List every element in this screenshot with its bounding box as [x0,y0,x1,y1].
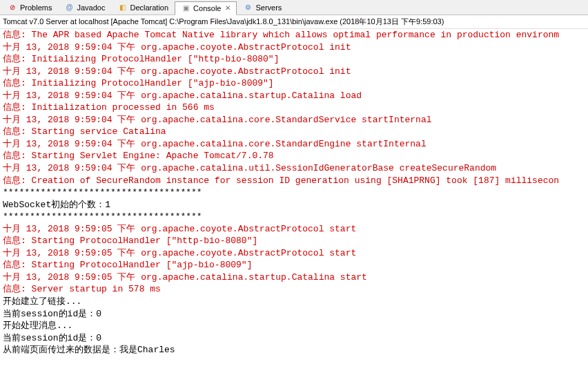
tab-problems[interactable]: ⊘ Problems [1,1,58,15]
log-line: 十月 13, 2018 9:59:05 下午 org.apache.coyote… [3,247,585,260]
log-line: 十月 13, 2018 9:59:04 下午 org.apache.catali… [3,90,585,102]
log-line: 十月 13, 2018 9:59:04 下午 org.apache.coyote… [3,66,585,78]
log-line: 信息: Initializing ProtocolHandler ["ajp-b… [3,77,585,90]
log-line: 信息: Starting ProtocolHandler ["ajp-bio-8… [3,259,585,271]
log-line: 信息: The APR based Apache Tomcat Native l… [3,29,585,41]
tab-javadoc-label: Javadoc [77,3,105,12]
log-line: 从前端页面传过来的数据是：我是Charles [3,344,585,356]
javadoc-icon: @ [64,3,74,12]
log-line: 信息: Starting ProtocolHandler ["http-bio-… [3,235,585,247]
tab-servers[interactable]: ⚙ Servers [237,1,288,15]
console-output[interactable]: 信息: The APR based Apache Tomcat Native l… [0,29,588,356]
tab-console[interactable]: ▣ Console ✕ [175,1,237,15]
tab-declaration[interactable]: ◧ Declaration [111,1,175,15]
console-icon: ▣ [181,3,190,13]
tab-servers-label: Servers [255,3,282,12]
view-tabs: ⊘ Problems @ Javadoc ◧ Declaration ▣ Con… [0,0,588,15]
launch-info: Tomcat v7.0 Server at localhost [Apache … [0,15,588,29]
log-line: 十月 13, 2018 9:59:05 下午 org.apache.coyote… [3,223,585,236]
tab-declaration-label: Declaration [130,3,168,12]
log-line: 开始处理消息... [3,320,585,332]
tab-console-label: Console [193,4,221,12]
log-line: 信息: Initialization processed in 566 ms [3,102,585,114]
problems-icon: ⊘ [8,3,17,12]
log-line: 当前session的id是：0 [3,308,585,321]
log-line: 信息: Starting Servlet Engine: Apache Tomc… [3,150,585,162]
tab-problems-label: Problems [20,3,52,12]
log-line: 信息: Creation of SecureRandom instance fo… [3,175,585,187]
declaration-icon: ◧ [117,3,127,12]
log-line: 信息: Server startup in 578 ms [3,283,585,296]
log-line: 十月 13, 2018 9:59:04 下午 org.apache.catali… [3,138,585,151]
log-line: 信息: Starting service Catalina [3,126,585,138]
tab-javadoc[interactable]: @ Javadoc [58,1,111,15]
log-line: 十月 13, 2018 9:59:04 下午 org.apache.catali… [3,162,585,175]
log-line: ************************************* [3,186,585,199]
close-icon[interactable]: ✕ [225,4,231,12]
log-line: 十月 13, 2018 9:59:04 下午 org.apache.coyote… [3,41,585,54]
log-line: 十月 13, 2018 9:59:04 下午 org.apache.catali… [3,114,585,126]
log-line: 信息: Initializing ProtocolHandler ["http-… [3,53,585,66]
log-line: 十月 13, 2018 9:59:05 下午 org.apache.catali… [3,271,585,284]
log-line: ************************************* [3,211,585,223]
log-line: 开始建立了链接... [3,296,585,308]
log-line: WebSocket初始的个数：1 [3,199,585,211]
log-line: 当前session的id是：0 [3,332,585,345]
servers-icon: ⚙ [243,3,253,12]
